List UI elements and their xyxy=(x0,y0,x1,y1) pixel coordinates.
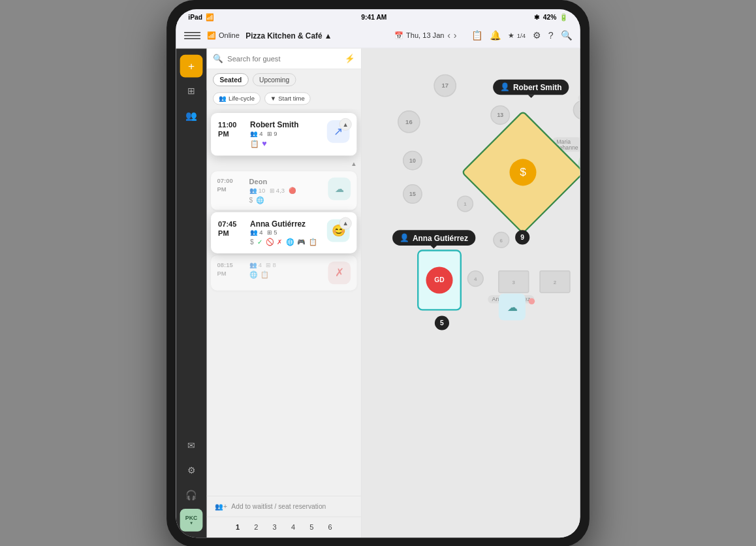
table-16[interactable]: 16 xyxy=(398,110,420,133)
online-label: Online xyxy=(219,31,240,40)
deon-tables: ⊞ 4,3 xyxy=(270,187,285,194)
bell-nav-icon[interactable]: 🔔 xyxy=(490,30,501,41)
tab-seated-label: Seated xyxy=(219,76,242,84)
table-10[interactable]: 10 xyxy=(403,151,422,170)
people-icon: 👥 xyxy=(185,110,197,121)
lifecycle-filter[interactable]: 👥 Life-cycle xyxy=(213,92,260,104)
anna-scroll-up[interactable]: ▲ xyxy=(339,217,352,230)
settings-button[interactable]: ⚙ xyxy=(180,459,203,482)
notes-nav-icon[interactable]: 📋 xyxy=(471,30,482,41)
lifecycle-icon: 👥 xyxy=(219,95,227,102)
anna-fp-person-icon: 👤 xyxy=(400,233,409,242)
page-3[interactable]: 3 xyxy=(270,522,280,532)
table-3[interactable]: 3 xyxy=(498,270,529,293)
tab-upcoming[interactable]: Upcoming xyxy=(253,73,296,86)
robert-meta: 👥 4 ⊞ 9 xyxy=(250,130,322,137)
headphone-button[interactable]: 🎧 xyxy=(180,484,203,507)
filter-icon[interactable]: ⚡ xyxy=(345,54,355,63)
anna-time: 07:45PM xyxy=(218,219,245,238)
deon-extra-icon: 🔴 xyxy=(289,187,296,194)
table-4[interactable]: 4 xyxy=(467,270,484,287)
table-13-label: 13 xyxy=(497,112,503,118)
table-9-container[interactable]: $ xyxy=(479,129,567,216)
page-2[interactable]: 2 xyxy=(251,522,262,532)
table-5-badge: 5 xyxy=(435,315,449,330)
reservations-list: 11:00PM Robert Smith 👥 4 ⊞ 9 xyxy=(207,109,361,496)
add-button[interactable]: + xyxy=(180,55,203,78)
page-1[interactable]: 1 xyxy=(232,522,243,532)
restaurant-name: Pizza Kitchen & Café xyxy=(245,31,322,40)
gear-icon: ⚙ xyxy=(187,465,196,476)
deon-tables-icon: ⊞ xyxy=(270,187,275,194)
status-time: 9:41 AM xyxy=(361,14,386,22)
floor-plan[interactable]: 17 16 13 11 👤 Robert Smith diner Maria J… xyxy=(362,48,580,538)
game-icon: 🎮 xyxy=(297,238,306,246)
starttime-filter[interactable]: ▼ Start time xyxy=(264,92,311,104)
deon-action-btn[interactable]: ☁ xyxy=(328,178,351,201)
robert-fp-label[interactable]: 👤 Robert Smith xyxy=(493,80,569,95)
add-waitlist-button[interactable]: 👥+ Add to waitlist / seat reservation xyxy=(207,496,361,517)
res0815-guests-icon: 👥 xyxy=(249,262,257,269)
tab-seated[interactable]: Seated xyxy=(213,73,248,86)
res0815-action-btn[interactable]: ✗ xyxy=(328,262,351,285)
page-6[interactable]: 6 xyxy=(325,522,336,532)
reservation-deon[interactable]: 07:00PM Deon 👥 10 ⊞ 4,3 xyxy=(211,171,357,210)
table-15[interactable]: 15 xyxy=(403,184,422,204)
robert-icons: 📋 ♥ xyxy=(250,139,322,148)
prev-date-button[interactable]: ‹ xyxy=(447,30,450,41)
help-nav-icon[interactable]: ? xyxy=(548,30,554,41)
reservation-anna[interactable]: 07:45PM Anna Gutiérrez 👥 4 ⊞ 5 xyxy=(211,212,357,253)
table-13[interactable]: 13 xyxy=(490,105,510,125)
venue-badge-arrow: ▼ xyxy=(189,521,193,526)
date-selector[interactable]: 📅 Thu, 13 Jan ‹ › xyxy=(394,30,457,41)
table-5-container[interactable]: GD xyxy=(417,249,462,310)
page-5[interactable]: 5 xyxy=(306,522,317,532)
note4-icon: 📋 xyxy=(260,271,269,279)
page-4[interactable]: 4 xyxy=(288,522,298,532)
sidebar-bottom: ✉ ⚙ 🎧 PKC ▼ xyxy=(180,434,203,532)
deon-icons: $ 🌐 xyxy=(249,196,323,204)
venue-badge[interactable]: PKC ▼ xyxy=(180,509,203,532)
x-icon: ✗ xyxy=(335,266,344,280)
table-5-number: 5 xyxy=(440,319,444,327)
table-17[interactable]: 17 xyxy=(433,74,456,97)
search-nav-icon[interactable]: 🔍 xyxy=(561,30,572,41)
anna-fp-name: Anna Gutiérrez xyxy=(413,233,468,242)
menu-button[interactable] xyxy=(184,27,200,44)
online-status: 📶 Online xyxy=(207,31,240,40)
res0815-icons: 🌐 📋 xyxy=(249,271,323,279)
search-icon: 🔍 xyxy=(213,54,223,63)
deon-time: 07:00PM xyxy=(217,178,244,194)
search-bar: 🔍 ⚡ xyxy=(207,48,361,69)
anna-fp-label[interactable]: 👤 Anna Gutiérrez xyxy=(392,230,475,246)
reservation-panel: 🔍 ⚡ Seated Upcoming 👥 Life-cycle xyxy=(207,48,362,538)
table-6[interactable]: 6 xyxy=(493,232,509,248)
reservation-0815[interactable]: 08:15PM 👥 4 ⊞ 8 xyxy=(211,255,357,291)
status-bar: iPad 📶 9:41 AM ✱ 42% 🔋 xyxy=(176,9,580,23)
next-date-button[interactable]: › xyxy=(454,30,457,41)
table-1[interactable]: 1 xyxy=(457,195,473,212)
status-right: ✱ 42% 🔋 xyxy=(534,14,567,22)
cloud-fp-icon: ☁ xyxy=(507,301,518,313)
ban-x-icon: ✗ xyxy=(277,238,283,246)
guests-button[interactable]: 👥 xyxy=(180,104,203,127)
restaurant-selector[interactable]: Pizza Kitchen & Café ▲ xyxy=(245,31,332,40)
chevron-up-icon: ▲ xyxy=(351,160,356,167)
table-9-icon-wrapper: $ xyxy=(509,159,536,185)
grid-view-button[interactable]: ⊞ xyxy=(180,80,203,103)
mail-button[interactable]: ✉ xyxy=(180,434,203,457)
note-icon: 📋 xyxy=(250,140,259,148)
res0815-guests: 👥 4 xyxy=(249,262,262,269)
robert-scroll-up[interactable]: ▲ xyxy=(339,118,352,131)
table-11-label: 11 xyxy=(580,107,580,113)
reservation-robert[interactable]: 11:00PM Robert Smith 👥 4 ⊞ 9 xyxy=(211,113,357,156)
table-11[interactable]: 11 xyxy=(573,100,580,120)
settings-nav-icon[interactable]: ⚙ xyxy=(533,30,541,41)
search-input[interactable] xyxy=(227,54,340,63)
deon-meta: 👥 10 ⊞ 4,3 🔴 xyxy=(249,187,323,194)
nav-bar: 📶 Online Pizza Kitchen & Café ▲ 📅 Thu, 1… xyxy=(176,24,580,49)
res0815-details: 👥 4 ⊞ 8 🌐 📋 xyxy=(249,262,323,279)
table-2[interactable]: 2 xyxy=(539,270,570,293)
star-nav-icon[interactable]: ★ 1/4 xyxy=(508,31,526,40)
anna-meta: 👥 4 ⊞ 5 xyxy=(250,229,322,236)
